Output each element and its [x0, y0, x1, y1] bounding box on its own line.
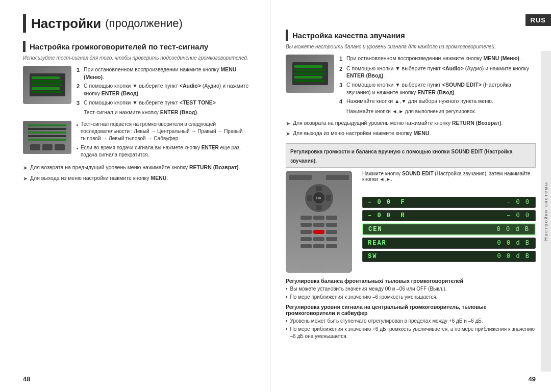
- step-1: 1 При остановленном воспроизведении нажм…: [77, 66, 255, 81]
- steps-1-3: 1 При остановленном воспроизведении нажм…: [77, 66, 255, 117]
- remote-btn-h: [326, 230, 337, 234]
- remote-btn-f: [326, 223, 337, 227]
- remote-btn-j: [313, 237, 324, 241]
- remote-btn-k: [326, 237, 337, 241]
- sound-edit-content: OK: [286, 171, 536, 273]
- right-steps-with-image: 1 При остановленном воспроизведении нажм…: [286, 55, 536, 115]
- sound-edit-instruction: Нажмите кнопку SOUND EDIT (Настройка зву…: [362, 171, 536, 182]
- title-accent: [23, 14, 26, 33]
- bullet-2: ▪ Если во время подачи сигнала вы нажмет…: [77, 144, 255, 159]
- remote-row-2: [289, 223, 349, 227]
- test-tone-note: Тест-сигнал и нажмите кнопку ENTER (Ввод…: [84, 109, 255, 117]
- left-column: Настройки (продолжение) Настройка громко…: [0, 0, 270, 392]
- remote-row-5: [289, 244, 349, 248]
- rus-badge: RUS: [525, 14, 551, 26]
- bullet-1: ▪ Тест-сигнал подается на громкоговорите…: [77, 121, 255, 142]
- page-title: Настройки: [31, 16, 101, 32]
- device-screen-1: [30, 73, 65, 96]
- dpad-down: [316, 205, 322, 210]
- right-arrow-1: ➤ Для возврата на предыдущий уровень мен…: [286, 119, 536, 128]
- remote-btn-a: [300, 216, 312, 220]
- right-step-3: 3 С помощью кнопки ▼ выберите пункт <SOU…: [339, 81, 536, 96]
- info-block-1-title: Регулировка баланса фронтальных/ тыловых…: [286, 278, 536, 284]
- remote-mid-row: [289, 216, 349, 220]
- remote-btn-d: [300, 223, 312, 227]
- remote-btn-n: [326, 244, 337, 248]
- display-row-cen: CEN 0 0 d B: [362, 223, 536, 236]
- arrow-notes-left: ➤ Для возврата на предыдущий уровень мен…: [23, 164, 255, 182]
- remote-row-3: [289, 230, 349, 234]
- display-and-note: Нажмите кнопку SOUND EDIT (Настройка зву…: [358, 171, 536, 273]
- remote-btn-c: [326, 216, 337, 220]
- arrow-note-1: ➤ Для возврата на предыдущий уровень мен…: [23, 164, 255, 172]
- page-header: Настройки (продолжение): [23, 14, 255, 33]
- info-block-2-bullet-2: По мере приближения к значению +6 дБ гро…: [286, 326, 536, 340]
- right-sidebar: Настройки системы: [541, 51, 551, 372]
- step-notes-with-image: ▪ Тест-сигнал подается на громкоговорите…: [23, 121, 255, 159]
- info-blocks: Регулировка баланса фронтальных/ тыловых…: [286, 278, 536, 340]
- display-rows: – 0 0 F – 0 0 – 0 0 R – 0 0 CEN 0 0 d B: [362, 186, 536, 273]
- info-block-2-title: Регулировка уровня сигнала на центральны…: [286, 304, 536, 316]
- sound-edit-banner-text: Регулировка громкости и баланса вручную …: [290, 149, 512, 164]
- page-title-sub: (продолжение): [105, 17, 183, 30]
- left-section-subtitle: Используйте тест-сигнал для того, чтобы …: [23, 55, 255, 61]
- right-arrow-2: ➤ Для выхода из меню настройки нажмите к…: [286, 129, 536, 138]
- left-section-header: Настройка громкоговорителей по тест-сигн…: [23, 41, 255, 52]
- info-block-1-bullet-1: Вы можете установить значения между 00 и…: [286, 285, 536, 293]
- remote-btn-sound-edit: [313, 230, 324, 234]
- right-step-2: 2 С помощью кнопки ▼ выберите пункт <Aud…: [339, 65, 536, 80]
- right-section-wrapper: Настройка качества звучания Вы можете на…: [286, 30, 536, 49]
- right-step-4: 4 Нажимайте кнопки ▲,▼ для выбора нужног…: [339, 97, 536, 106]
- arrow-notes-right: ➤ Для возврата на предыдущий уровень мен…: [286, 119, 536, 138]
- info-block-2-bullet-1: Уровень может быть ступенчато отрегулиро…: [286, 318, 536, 325]
- left-section-title: Настройка громкоговорителей по тест-сигн…: [30, 42, 208, 51]
- right-section-accent: [286, 30, 288, 41]
- info-block-2: Регулировка уровня сигнала на центральны…: [286, 304, 536, 340]
- info-block-1: Регулировка баланса фронтальных/ тыловых…: [286, 278, 536, 301]
- right-column: RUS Настройка качества звучания Вы может…: [270, 0, 551, 392]
- arrow-note-2: ➤ Для выхода из меню настройки нажмите к…: [23, 174, 255, 183]
- remote-btn-menu: [289, 175, 312, 180]
- right-step-4-sub: Нажимайте кнопки ◄,► для выполнения регу…: [346, 108, 536, 115]
- device-screen-right: [292, 62, 328, 85]
- remote-control-image: OK: [286, 171, 352, 273]
- remote-btn-return: [326, 175, 349, 180]
- step-2: 2 С помощью кнопки ▼ выберите пункт <Aud…: [77, 82, 255, 97]
- remote-btn-b: [313, 216, 324, 220]
- remote-btn-l: [300, 244, 312, 248]
- display-row-rear: REAR 0 0 d B: [362, 238, 536, 249]
- remote-btn-i: [300, 237, 312, 241]
- info-block-1-bullet-2: По мере приближения к значению –6 громко…: [286, 294, 536, 301]
- right-steps-text: 1 При остановленном воспроизведении нажм…: [339, 55, 536, 115]
- display-row-f: – 0 0 F – 0 0: [362, 197, 536, 208]
- remote-inner: OK: [286, 171, 352, 273]
- remote-btn-g: [300, 230, 312, 234]
- right-section-title: Настройка качества звучания: [292, 31, 405, 40]
- dpad-center: OK: [313, 192, 324, 203]
- right-step-1: 1 При остановленном воспроизведении нажм…: [339, 55, 536, 63]
- page-number-right: 49: [529, 375, 536, 383]
- section-accent: [23, 41, 26, 52]
- bullet-notes: ▪ Тест-сигнал подается на громкоговорите…: [77, 121, 255, 159]
- step1-with-image: 1 При остановленном воспроизведении нажм…: [23, 66, 255, 117]
- page-number-left: 48: [23, 375, 30, 383]
- step-3: 3 С помощью кнопки ▼ выберите пункт <TES…: [77, 99, 255, 108]
- remote-btn-m: [313, 244, 324, 248]
- device-image-1: [23, 66, 71, 104]
- device-image-right: [286, 55, 334, 93]
- sound-edit-banner: Регулировка громкости и баланса вручную …: [286, 143, 536, 168]
- display-row-sw: SW 0 0 d B: [362, 251, 536, 262]
- device-image-2: [23, 121, 71, 154]
- dpad-right: [326, 195, 331, 201]
- sidebar-label: Настройки системы: [543, 181, 548, 241]
- remote-top-buttons: [289, 175, 349, 180]
- dpad-left: [307, 195, 312, 201]
- dpad-up: [316, 186, 322, 191]
- remote-row-4: [289, 237, 349, 241]
- display-row-r: – 0 0 R – 0 0: [362, 210, 536, 221]
- right-section-header: Настройка качества звучания: [286, 30, 536, 41]
- remote-dpad: OK: [305, 184, 333, 212]
- right-section-subtitle: Вы можете настроить баланс и уровень сиг…: [286, 44, 536, 49]
- remote-btn-e: [313, 223, 324, 227]
